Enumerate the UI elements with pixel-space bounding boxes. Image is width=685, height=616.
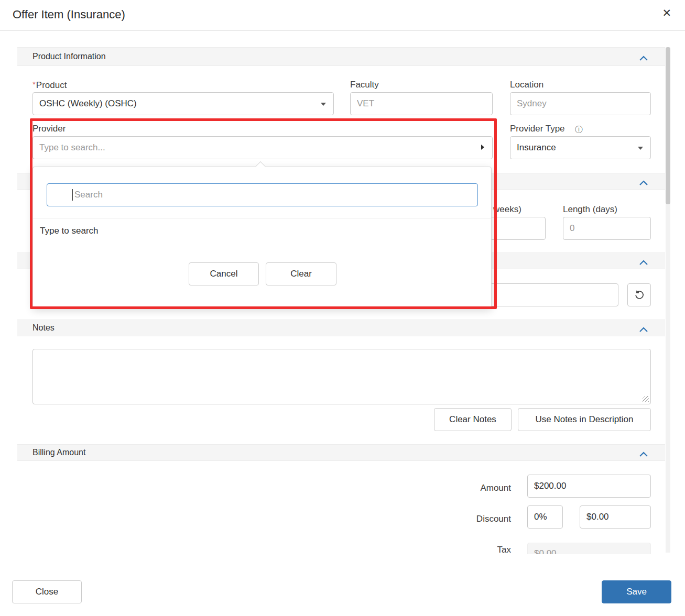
collapse-chevron-icon[interactable] [639,54,648,63]
length-days-label: Length (days) [563,204,617,215]
modal-header: Offer Item (Insurance) ✕ [0,0,685,31]
modal-body: Product Information *Product OSHC (Weekl… [0,0,685,554]
section-title: Billing Amount [32,448,85,457]
section-title: Notes [32,323,55,333]
chevron-down-icon [321,103,326,106]
close-icon[interactable]: ✕ [662,7,671,19]
popup-divider [33,218,491,218]
provider-search-field[interactable] [32,136,493,159]
close-button[interactable]: Close [12,580,82,603]
faculty-field [350,92,493,115]
cancel-button[interactable]: Cancel [189,262,259,285]
faculty-label: Faculty [350,80,379,90]
popup-notch [255,161,266,172]
discount-label: Discount [406,514,511,524]
provider-type-dropdown[interactable]: Insurance [510,136,651,159]
chevron-right-icon [481,145,484,150]
required-asterisk: * [32,80,36,89]
location-label: Location [510,80,543,90]
notes-section-header[interactable]: Notes [17,320,665,336]
billing-amount-section-header[interactable]: Billing Amount [17,444,665,461]
discount-amount-input[interactable] [580,505,651,529]
length-weeks-label-partial: weeks) [493,204,521,215]
history-icon [634,290,645,300]
modal-title: Offer Item (Insurance) [13,8,125,21]
clear-button[interactable]: Clear [266,262,336,285]
text-cursor [72,189,73,201]
tax-value-field: $0.00 [527,543,651,554]
product-information-section-header[interactable]: Product Information [17,47,665,66]
provider-label: Provider [32,124,66,134]
amount-input[interactable] [527,475,651,498]
location-field [510,92,651,115]
provider-type-value: Insurance [517,142,556,152]
chevron-down-icon [638,147,643,150]
popup-empty-message: Type to search [40,226,99,236]
tax-label: Tax [406,545,511,554]
use-notes-in-description-button[interactable]: Use Notes in Description [518,408,651,431]
amount-label: Amount [406,483,511,493]
collapse-chevron-icon[interactable] [639,325,648,335]
provider-search-popup: Type to search Cancel Clear [32,167,492,308]
section-title: Product Information [32,52,106,61]
discount-percent-input[interactable] [527,505,563,529]
clear-notes-button[interactable]: Clear Notes [434,408,512,431]
collapse-chevron-icon[interactable] [639,258,648,268]
reset-history-button[interactable] [627,283,651,306]
save-button[interactable]: Save [602,580,671,603]
length-days-input[interactable] [563,217,651,240]
product-dropdown[interactable]: OSHC (Weekly) (OSHC) [32,92,334,115]
notes-textarea[interactable] [32,349,651,404]
provider-search-input[interactable] [32,136,493,159]
info-icon: ⓘ [575,125,583,135]
product-dropdown-value: OSHC (Weekly) (OSHC) [39,98,137,108]
popup-search-input[interactable] [47,183,478,206]
scrollbar-thumb[interactable] [666,47,670,204]
collapse-chevron-icon[interactable] [639,179,648,188]
product-label: *Product [32,80,67,91]
collapse-chevron-icon[interactable] [639,450,648,459]
provider-type-label: Provider Type [510,124,565,134]
